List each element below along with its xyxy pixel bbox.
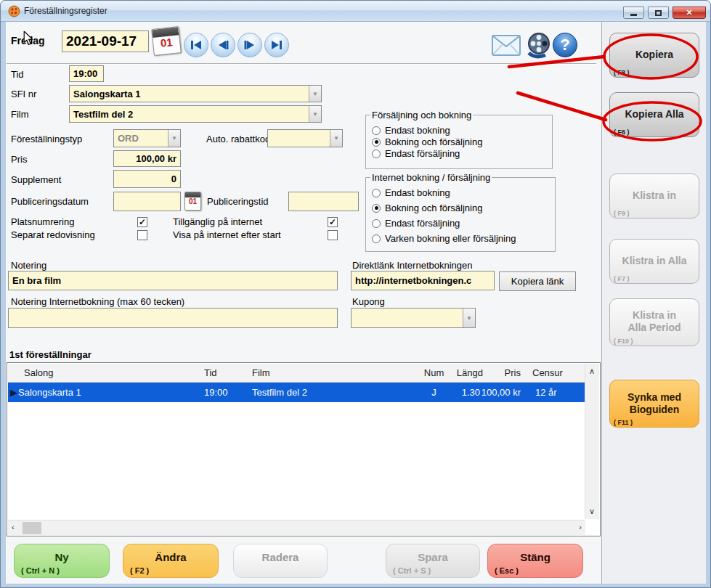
sfi-combobox[interactable]: Salongskarta 1 ▼ bbox=[69, 85, 322, 102]
vertical-scrollbar[interactable]: ∧ ∨ bbox=[585, 364, 599, 519]
kupong-combobox[interactable]: ▼ bbox=[351, 308, 476, 328]
kopiera-alla-button[interactable]: Kopiera Alla ( F6 ) bbox=[609, 92, 699, 137]
cell-tid: 19:00 bbox=[204, 387, 228, 398]
row-indicator-icon: ▶ bbox=[10, 387, 17, 398]
internet-group: Internet bokning / försäljning Endast bo… bbox=[365, 172, 556, 252]
mouse-pointer bbox=[23, 31, 33, 46]
klistra-in-alla-button[interactable]: Klistra in Alla ( F7 ) bbox=[609, 239, 699, 284]
radio-icon[interactable] bbox=[372, 234, 381, 243]
horizontal-scrollbar[interactable]: ‹ › bbox=[8, 520, 585, 535]
visa-efter-start-checkbox[interactable] bbox=[328, 230, 338, 240]
pris-label: Pris bbox=[11, 154, 27, 165]
supplement-field[interactable]: 0 bbox=[113, 170, 181, 188]
col-langd: Längd bbox=[445, 367, 483, 378]
radera-button[interactable]: Radera bbox=[233, 544, 328, 578]
direktlank-label: Direktlänk Internetbokningen bbox=[352, 260, 473, 271]
internet-option-endast-bokning[interactable]: Endast bokning bbox=[372, 187, 450, 198]
col-pris: Pris bbox=[487, 367, 521, 378]
radio-icon[interactable] bbox=[372, 150, 381, 158]
film-reel-icon[interactable] bbox=[525, 31, 553, 59]
scroll-up-icon[interactable]: ∧ bbox=[589, 367, 595, 376]
first-date-button[interactable] bbox=[184, 33, 208, 57]
sales-option-endast-forsaljning[interactable]: Endast försäljning bbox=[372, 148, 460, 159]
notering-field[interactable]: En bra film bbox=[8, 271, 338, 290]
separat-label: Separat redovisning bbox=[11, 229, 95, 240]
col-tid: Tid bbox=[204, 367, 217, 378]
internet-group-legend: Internet bokning / försäljning bbox=[370, 172, 492, 183]
cell-langd: 1.30 bbox=[442, 387, 480, 398]
mail-icon[interactable] bbox=[492, 35, 521, 56]
tillganglig-checkbox[interactable] bbox=[328, 217, 338, 227]
typ-value: ORD bbox=[114, 133, 168, 144]
maximize-button[interactable] bbox=[648, 7, 669, 19]
radio-icon[interactable] bbox=[372, 189, 381, 197]
help-icon[interactable]: ? bbox=[553, 33, 577, 57]
close-icon: ✕ bbox=[686, 8, 692, 17]
internet-option-varken[interactable]: Varken bokning eller försäljning bbox=[372, 233, 516, 244]
typ-dropdown-icon[interactable]: ▼ bbox=[168, 130, 180, 147]
internet-option-endast-forsaljning[interactable]: Endast försäljning bbox=[372, 218, 460, 229]
next-date-button[interactable] bbox=[237, 33, 262, 57]
date-field[interactable]: 2021-09-17 bbox=[62, 30, 149, 52]
rabatt-dropdown-icon[interactable]: ▼ bbox=[330, 130, 342, 147]
kopiera-button[interactable]: Kopiera ( F8 ) bbox=[609, 33, 699, 78]
film-dropdown-icon[interactable]: ▼ bbox=[309, 106, 321, 122]
kupong-dropdown-icon[interactable]: ▼ bbox=[463, 309, 475, 327]
radio-icon[interactable] bbox=[372, 126, 381, 135]
app-icon bbox=[8, 5, 20, 17]
sales-group-legend: Försäljning och bokning bbox=[370, 110, 473, 121]
separat-checkbox[interactable] bbox=[137, 230, 147, 240]
pubtid-field[interactable] bbox=[288, 192, 359, 211]
last-date-button[interactable] bbox=[264, 33, 289, 57]
sales-option-bokning-och-forsaljning[interactable]: Bokning och försäljning bbox=[372, 136, 482, 147]
andra-button[interactable]: Ändra ( F2 ) bbox=[123, 544, 219, 578]
film-combobox[interactable]: Testfilm del 2 ▼ bbox=[69, 105, 322, 123]
pris-field[interactable]: 100,00 kr bbox=[113, 150, 181, 167]
tid-field[interactable]: 19:00 bbox=[69, 65, 104, 82]
tid-label: Tid bbox=[11, 69, 24, 80]
cell-film: Testfilm del 2 bbox=[252, 387, 307, 398]
pubdatum-field[interactable] bbox=[113, 192, 181, 211]
typ-label: Föreställningstyp bbox=[11, 134, 82, 144]
radio-icon[interactable] bbox=[372, 219, 381, 228]
radio-icon[interactable] bbox=[372, 204, 381, 213]
visa-efter-start-label: Visa på internet efter start bbox=[173, 229, 281, 240]
scroll-right-icon[interactable]: › bbox=[579, 523, 582, 531]
platsnumrering-label: Platsnumrering bbox=[11, 216, 74, 227]
platsnumrering-checkbox[interactable] bbox=[137, 217, 147, 227]
kupong-label: Kupong bbox=[352, 296, 385, 307]
notering-internet-field[interactable] bbox=[8, 308, 338, 328]
ny-button[interactable]: Ny ( Ctrl + N ) bbox=[14, 544, 110, 578]
close-button[interactable]: ✕ bbox=[673, 7, 706, 19]
stang-button[interactable]: Stäng ( Esc ) bbox=[487, 544, 583, 578]
calendar-icon[interactable]: 01 bbox=[151, 26, 182, 56]
sfi-value: Salongskarta 1 bbox=[70, 89, 309, 99]
hscroll-thumb[interactable] bbox=[23, 522, 41, 534]
sfi-dropdown-icon[interactable]: ▼ bbox=[309, 86, 321, 102]
pubdatum-calendar-icon[interactable]: 01 bbox=[184, 192, 201, 211]
scroll-down-icon[interactable]: ∨ bbox=[589, 507, 595, 516]
typ-combobox[interactable]: ORD ▼ bbox=[113, 129, 181, 147]
maximize-icon bbox=[655, 10, 662, 16]
supplement-label: Supplement bbox=[11, 174, 61, 185]
internet-option-bokning-och-forsaljning[interactable]: Bokning och försäljning bbox=[372, 203, 482, 213]
cell-pris: 100,00 kr bbox=[480, 387, 521, 398]
table-row-selected[interactable]: ▶ Salongskarta 1 19:00 Testfilm del 2 J … bbox=[8, 383, 585, 402]
radio-icon[interactable] bbox=[372, 138, 381, 147]
sales-group: Försäljning och bokning Endast bokning B… bbox=[365, 110, 553, 169]
pubtid-label: Publiceringstid bbox=[207, 196, 269, 207]
direktlank-field[interactable]: http://internetbokningen.c bbox=[351, 271, 495, 290]
scroll-left-icon[interactable]: ‹ bbox=[12, 523, 15, 531]
app-window: Föreställningsregister ✕ Fredag 2021-09-… bbox=[0, 0, 711, 588]
spara-button[interactable]: Spara ( Ctrl + S ) bbox=[386, 544, 480, 578]
rabatt-combobox[interactable]: ▼ bbox=[267, 129, 343, 147]
film-value: Testfilm del 2 bbox=[70, 109, 309, 120]
previous-date-button[interactable] bbox=[211, 33, 235, 57]
last-icon bbox=[271, 40, 283, 50]
sales-option-endast-bokning[interactable]: Endast bokning bbox=[372, 125, 450, 136]
klistra-in-button[interactable]: Klistra in ( F9 ) bbox=[609, 173, 699, 219]
klistra-in-alla-period-button[interactable]: Klistra in Alla Period ( F10 ) bbox=[609, 298, 699, 346]
minimize-button[interactable] bbox=[623, 7, 644, 19]
synka-med-bioguiden-button[interactable]: Synka med Bioguiden ( F11 ) bbox=[609, 380, 699, 428]
kopiera-lank-button[interactable]: Kopiera länk bbox=[499, 271, 576, 291]
